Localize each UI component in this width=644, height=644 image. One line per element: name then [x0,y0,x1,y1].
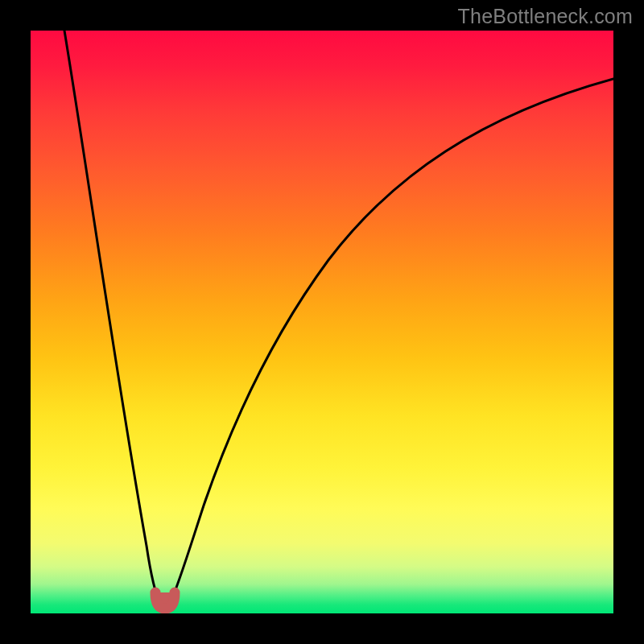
curve-left-branch [64,31,160,604]
plot-area [31,31,613,613]
curve-right-branch [170,79,613,604]
watermark-label: TheBottleneck.com [458,5,633,28]
valley-marker [155,592,175,609]
chart-frame: TheBottleneck.com [0,0,644,644]
bottleneck-curve [31,31,613,613]
